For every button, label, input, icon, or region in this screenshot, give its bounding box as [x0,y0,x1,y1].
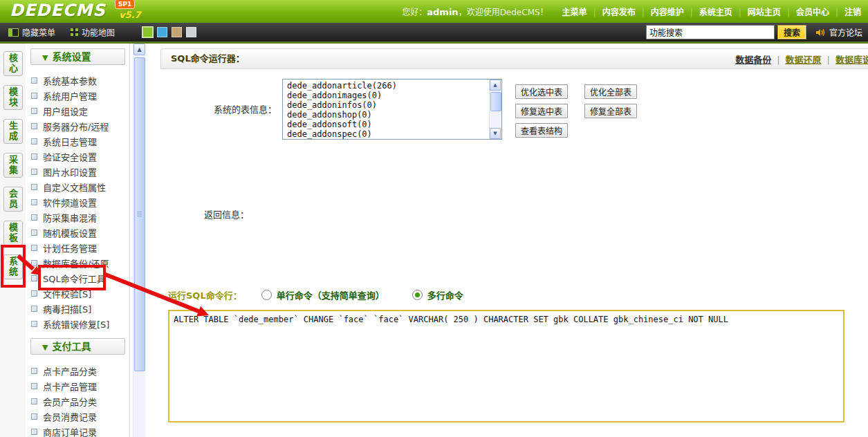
grid-icon [71,28,78,36]
section-header-payment[interactable]: ▼支付工具 [30,338,125,355]
scroll-thumb[interactable] [490,92,501,111]
menu-item-label: 系统错误修复[S] [43,317,109,331]
action-button[interactable]: 查看表结构 [515,123,568,138]
bullet-icon [31,108,37,114]
multi-line-radio-label[interactable]: 多行命令 [427,288,463,301]
sp1-badge: SP1 [115,0,135,9]
menu-item[interactable]: 商店订单记录 [26,424,129,437]
module-tab[interactable]: 模板 [3,221,23,245]
menu-item[interactable]: 图片水印设置 [26,164,129,179]
menu-item-label: 系统基本参数 [43,74,97,87]
run-sql-row: 运行SQL命令行： 单行命令（支持简单查询） 多行命令 [168,288,491,301]
scroll-up-button[interactable]: ▲ [490,80,501,91]
scroll-thumb[interactable] [134,57,145,371]
search-input[interactable] [646,25,775,39]
module-tab[interactable]: 核心 [3,51,23,76]
top-nav-item[interactable]: 网站主页 [732,6,781,17]
menu-item-label: 商店订单记录 [43,425,97,437]
menu-item-label: 系统日志管理 [43,135,97,148]
menu-item[interactable]: 用户组设定 [26,103,129,118]
menu-item-label: 会员产品分类 [43,395,97,408]
theme-swatch[interactable] [142,27,153,37]
multi-line-radio[interactable] [412,290,423,300]
action-button[interactable]: 修复选中表 [515,104,568,118]
bullet-icon [31,260,37,266]
single-line-radio[interactable] [261,290,272,300]
bullet-icon [31,169,37,175]
top-nav-item[interactable]: 会员中心 [781,6,829,17]
menu-item[interactable]: 防采集串混淆 [26,210,129,225]
action-button[interactable]: 优化选中表 [515,84,568,99]
search-button[interactable]: 搜索 [777,25,806,39]
listbox-scrollbar[interactable]: ▲ ▼ [489,80,501,139]
menu-item[interactable]: SQL命令行工具 [26,270,129,286]
data-backup-link[interactable]: 数据备份 [735,53,771,66]
top-nav-item[interactable]: 注销 [829,6,861,17]
menu-item-label: 验证安全设置 [43,150,97,163]
menu-item-label: 点卡产品分类 [43,364,97,378]
menu-item[interactable]: 自定义文档属性 [26,179,129,194]
top-nav-item[interactable]: 系统主页 [684,6,732,17]
function-map-button[interactable]: 功能地图 [71,26,115,38]
menu-item[interactable]: 系统基本参数 [26,73,129,88]
menu-item[interactable]: 验证安全设置 [26,149,129,164]
sound-icon [816,28,826,37]
menu-item[interactable]: 文件校验[S] [26,286,129,301]
menu-item[interactable]: 病毒扫描[S] [26,301,129,316]
bullet-icon [31,154,37,160]
menu-item-label: 服务器分布/远程 [43,120,109,133]
bullet-icon [31,290,37,297]
section-header-system[interactable]: ▼系统设置 [30,48,125,65]
top-nav-item[interactable]: 内容维护 [636,6,684,17]
db-description-link[interactable]: 数据库说明 [822,53,868,66]
menu-item[interactable]: 点卡产品分类 [26,363,129,378]
menu-item[interactable]: 软件频道设置 [26,194,129,210]
all-table-buttons: 优化全部表修复全部表 [584,84,637,123]
menu-item-label: 软件频道设置 [43,196,97,209]
single-line-radio-label[interactable]: 单行命令（支持简单查询） [277,288,385,301]
action-button[interactable]: 修复全部表 [584,104,637,118]
table-row[interactable]: dede_addonarticle(266) [287,81,486,91]
bullet-icon [31,199,37,205]
scroll-down-button[interactable]: ▼ [490,128,501,139]
top-nav-item[interactable]: 主菜单 [562,6,587,17]
menu-item[interactable]: 系统错误修复[S] [26,316,129,331]
table-row[interactable]: dede_addonspec(0) [287,129,486,139]
menu-item-label: 防采集串混淆 [43,211,97,224]
menu-item-label: SQL命令行工具 [43,272,106,285]
table-row[interactable]: dede_addonimages(0) [287,91,486,100]
module-tab[interactable]: 系统 [3,254,23,279]
tables-listbox[interactable]: dede_addonarticle(266)dede_addonimages(0… [282,79,502,140]
action-button[interactable]: 优化全部表 [584,84,637,99]
table-row[interactable]: dede_addonshop(0) [287,110,486,120]
menu-item[interactable]: 服务器分布/远程 [26,118,129,133]
menu-item[interactable]: 会员产品分类 [26,393,129,409]
menu-item[interactable]: 数据库备份/还原 [26,255,129,270]
module-tab[interactable]: 采集 [3,153,23,178]
app-root: DEDECMS SP1 v5.7 您好：admin，欢迎使用DedeCMS！ 主… [0,0,868,437]
bullet-icon [31,77,37,84]
module-tab[interactable]: 会员 [3,187,23,212]
sql-textarea[interactable]: ALTER TABLE `dede_member` CHANGE `face` … [168,310,844,422]
menu-item[interactable]: 系统用户管理 [26,88,129,103]
menu-item[interactable]: 会员消费记录 [26,409,129,424]
menu-item[interactable]: 计划任务管理 [26,240,129,255]
official-forum-link[interactable]: 官方论坛 [829,26,862,38]
menu-item[interactable]: 随机模板设置 [26,225,129,240]
bullet-icon [31,306,37,312]
menu-item[interactable]: 点卡产品管理 [26,378,129,393]
top-nav-item[interactable]: 内容发布 [587,6,636,17]
menu-item[interactable]: 系统日志管理 [26,133,129,149]
hide-menu-button[interactable]: 隐藏菜单 [8,26,55,38]
table-row[interactable]: dede_addoninfos(0) [287,100,486,110]
sidebar-scrollbar[interactable]: ▲ [133,44,145,437]
table-row[interactable]: dede_addonsoft(0) [287,120,486,129]
scroll-up-button[interactable]: ▲ [133,44,145,55]
theme-swatch[interactable] [186,27,196,37]
theme-swatch[interactable] [172,27,182,37]
theme-swatch[interactable] [157,27,167,37]
data-restore-link[interactable]: 数据还原 [771,53,821,66]
module-tab[interactable]: 模块 [3,85,23,110]
db-links: 数据备份 数据还原 数据库说明 [735,49,868,68]
module-tab[interactable]: 生成 [3,119,23,144]
